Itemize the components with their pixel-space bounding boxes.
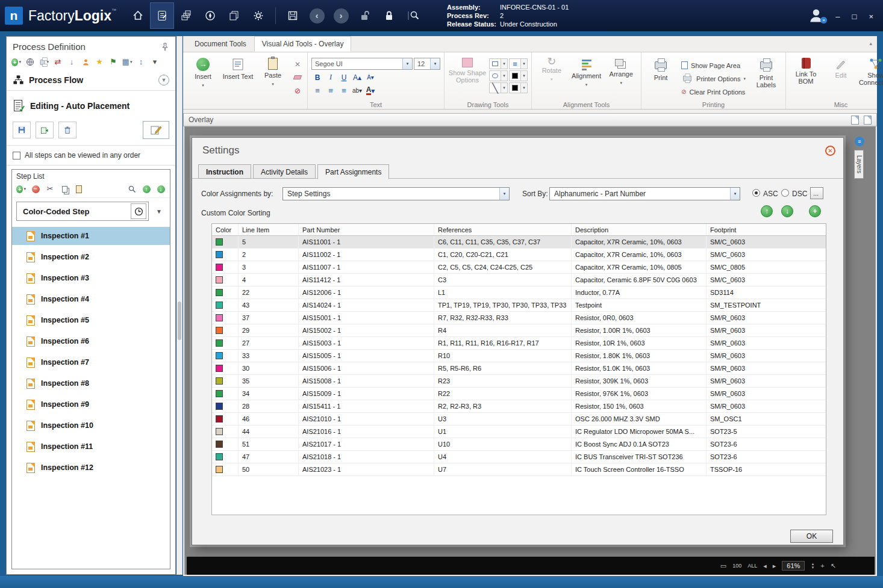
print-labels-button[interactable]: Print Labels xyxy=(750,55,782,88)
fit-page-icon[interactable]: ▭ xyxy=(720,562,726,570)
zoom-stepper[interactable]: ▲▼ xyxy=(811,562,814,569)
step-list-item[interactable]: Inspection #11 xyxy=(12,438,170,456)
show-connectors-button[interactable]: Show Connectors xyxy=(860,55,883,86)
dialog-close-icon[interactable]: ✕ xyxy=(825,146,835,156)
back-button[interactable]: ‹ xyxy=(305,2,329,29)
timer-clock-icon[interactable] xyxy=(131,203,146,219)
eraser-icon[interactable] xyxy=(292,72,304,83)
align-right-button[interactable]: ≡ xyxy=(338,85,350,96)
line-style-button[interactable]: ≡ xyxy=(509,58,521,69)
parts-column-header[interactable]: Color xyxy=(212,224,239,235)
parts-column-header[interactable]: References xyxy=(434,224,572,235)
grow-font-button[interactable]: A▴ xyxy=(351,72,363,83)
line-color-caret[interactable]: ▾ xyxy=(521,82,528,93)
parts-column-header[interactable]: Part Number xyxy=(299,224,434,235)
parts-table-row[interactable]: 2AIS11002 - 1C1, C20, C20-C21, C21Capaci… xyxy=(212,249,826,261)
inspection-search-button[interactable] xyxy=(401,2,425,29)
bold-button[interactable]: B xyxy=(311,72,323,83)
step-list-item[interactable]: Inspection #7 xyxy=(12,353,170,371)
zoom-level[interactable]: 61% xyxy=(782,561,805,571)
show-page-area-button[interactable]: Show Page Area xyxy=(679,59,748,72)
align-center-button[interactable]: ≡ xyxy=(325,85,337,96)
step-list-item[interactable]: Inspection #3 xyxy=(12,269,170,287)
layers-toggle-icon[interactable]: ≡ xyxy=(855,137,864,146)
line-color-button[interactable] xyxy=(509,82,521,93)
lock-icon[interactable] xyxy=(377,2,401,29)
parts-table-row[interactable]: 3AIS11007 - 1C2, C5, C5, C24, C24-C25, C… xyxy=(212,261,826,274)
sort-by-select[interactable]: Alphanumeric - Part Number▾ xyxy=(549,187,740,200)
import-button[interactable] xyxy=(36,122,54,138)
parts-table-row[interactable]: 5AIS11001 - 1C6, C11, C11, C35, C35, C37… xyxy=(212,236,826,249)
collapse-chevron-icon[interactable]: ▼ xyxy=(158,75,169,85)
person-icon[interactable] xyxy=(81,57,90,67)
zoom-all-button[interactable]: ALL xyxy=(747,563,757,569)
alignment-button[interactable]: Alignment ▾ xyxy=(570,55,603,88)
parts-table-row[interactable]: 44AIS21016 - 1U1IC Regulator LDO Micropo… xyxy=(212,426,826,438)
step-list-item[interactable]: Inspection #1 xyxy=(12,227,170,245)
parts-table-row[interactable]: 4AIS11412 - 1C3Capacitor, Ceramic 6.8PF … xyxy=(212,274,826,286)
zoom-100-button[interactable]: 100 xyxy=(732,563,741,569)
show-shape-options-button[interactable]: Show Shape Options xyxy=(448,55,487,84)
asc-radio[interactable] xyxy=(752,189,760,197)
align-left-button[interactable]: ≡ xyxy=(311,85,323,96)
unlock-icon[interactable] xyxy=(353,2,377,29)
highlight-button[interactable]: ab▾ xyxy=(351,85,363,96)
arrange-button[interactable]: Arrange ▾ xyxy=(605,55,637,87)
maximize-button[interactable]: □ xyxy=(852,13,857,20)
print-icon[interactable]: ▾ xyxy=(39,57,49,67)
tab-activity-details[interactable]: Activity Details xyxy=(253,164,316,179)
dsc-radio[interactable] xyxy=(781,189,789,197)
font-family-select[interactable]: Segoe UI▾ xyxy=(311,58,413,70)
line-shape-button[interactable]: ╲ xyxy=(489,82,501,93)
font-color-button[interactable]: A▾ xyxy=(364,85,376,96)
step-list-item[interactable]: Inspection #2 xyxy=(12,248,170,266)
home-button[interactable] xyxy=(126,2,150,29)
globe-icon[interactable] xyxy=(25,57,35,67)
clear-print-options-button[interactable]: ⊘Clear Print Options xyxy=(679,85,748,98)
step-list-item[interactable]: Inspection #4 xyxy=(12,290,170,308)
fill-color-caret[interactable]: ▾ xyxy=(521,70,528,81)
color-assignments-select[interactable]: Step Settings▾ xyxy=(282,187,510,200)
rectangle-shape-button[interactable] xyxy=(489,58,501,69)
download-icon[interactable]: ↓ xyxy=(67,57,76,67)
process-flow-label[interactable]: Process Flow xyxy=(29,75,154,85)
process-editor-button[interactable] xyxy=(150,2,174,29)
parts-table-row[interactable]: 43AIS14024 - 1TP1, TP19, TP19, TP30, TP3… xyxy=(212,299,826,312)
forward-button[interactable]: › xyxy=(329,2,353,29)
printer-options-button[interactable]: Printer Options▾ xyxy=(679,72,748,85)
step-list-item[interactable]: Inspection #5 xyxy=(12,311,170,329)
copy-icon[interactable] xyxy=(60,184,69,194)
insert-text-button[interactable]: Insert Text xyxy=(222,55,254,80)
move-color-down-button[interactable]: ↓ xyxy=(781,205,793,217)
close-button[interactable]: × xyxy=(869,13,873,20)
parts-column-header[interactable]: Footprint xyxy=(707,224,826,235)
parts-column-header[interactable]: Description xyxy=(572,224,707,235)
rotate-button[interactable]: ↻ Rotate ▾ xyxy=(535,55,568,83)
minimize-button[interactable]: – xyxy=(835,13,840,20)
parts-table-row[interactable]: 28AIS15411 - 1R2, R2-R3, R3Resistor, 150… xyxy=(212,400,826,413)
step-list-item[interactable]: Inspection #12 xyxy=(12,459,170,477)
star-icon[interactable]: ★ xyxy=(95,57,104,67)
tools-icon[interactable]: ▦▾ xyxy=(122,57,132,67)
edit-step-button[interactable] xyxy=(143,121,169,139)
pin-icon[interactable] xyxy=(161,43,169,51)
panel-scrollbar[interactable] xyxy=(176,36,183,575)
more-chevron-icon[interactable]: ▾ xyxy=(150,57,160,67)
move-color-up-button[interactable]: ↑ xyxy=(761,205,773,217)
line-shape-caret[interactable]: ▾ xyxy=(501,82,508,93)
paste-button[interactable]: Paste ▾ xyxy=(257,55,289,88)
tab-instruction[interactable]: Instruction xyxy=(198,164,251,179)
ellipse-shape-button[interactable] xyxy=(489,70,501,81)
font-size-select[interactable]: 12▾ xyxy=(414,58,440,70)
fill-color-button[interactable] xyxy=(509,70,521,81)
sync-icon[interactable]: ⇄ xyxy=(53,57,63,67)
settings-gear-button[interactable] xyxy=(246,2,270,29)
print-button[interactable]: Print xyxy=(645,55,676,81)
parts-table-row[interactable]: 50AIS21023 - 1U7IC Touch Screen Controll… xyxy=(212,463,826,476)
remove-step-icon[interactable]: − xyxy=(31,184,40,194)
pointer-icon[interactable]: ↖ xyxy=(831,562,836,570)
link-to-bom-button[interactable]: Link To BOM xyxy=(790,55,822,85)
layers-tab[interactable]: Layers xyxy=(854,150,864,179)
scrollbar-thumb[interactable] xyxy=(178,302,181,340)
navigation-button[interactable] xyxy=(198,2,222,29)
